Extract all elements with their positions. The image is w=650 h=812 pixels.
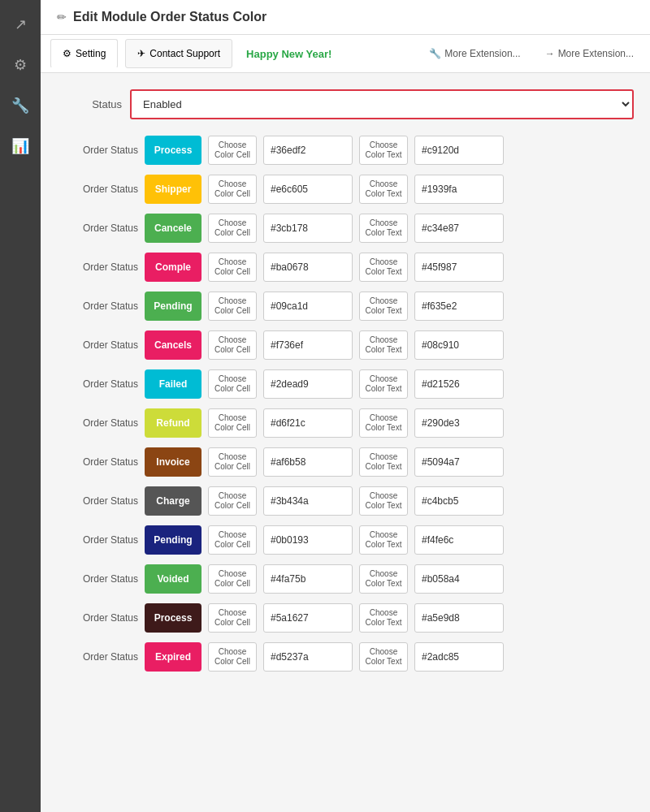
cell-color-input-10[interactable] <box>263 525 353 555</box>
status-badge-3: Comple <box>145 253 202 282</box>
order-label-5: Order Status <box>57 339 138 351</box>
choose-cell-btn-8[interactable]: ChooseColor Cell <box>208 447 257 477</box>
choose-cell-btn-12[interactable]: ChooseColor Cell <box>208 603 257 633</box>
choose-text-btn-4[interactable]: ChooseColor Text <box>359 292 408 321</box>
text-color-input-10[interactable] <box>414 525 504 555</box>
choose-cell-btn-9[interactable]: ChooseColor Cell <box>208 486 257 516</box>
order-row-11: Order Status Voided ChooseColor Cell Cho… <box>57 564 634 594</box>
setting-icon: ⚙ <box>63 48 72 59</box>
page-title: Edit Module Order Status Color <box>73 10 266 24</box>
cell-color-input-0[interactable] <box>263 136 353 165</box>
sidebar: ↗⚙🔧📊 <box>0 0 41 812</box>
text-color-input-12[interactable] <box>414 603 504 633</box>
choose-cell-btn-7[interactable]: ChooseColor Cell <box>208 408 257 438</box>
text-color-input-6[interactable] <box>414 369 504 399</box>
cell-color-input-11[interactable] <box>263 564 353 594</box>
text-color-input-3[interactable] <box>414 253 504 282</box>
choose-cell-btn-0[interactable]: ChooseColor Cell <box>208 136 257 165</box>
order-label-10: Order Status <box>57 534 138 546</box>
status-badge-11: Voided <box>145 564 202 594</box>
cell-color-input-13[interactable] <box>263 642 353 672</box>
text-color-input-11[interactable] <box>414 564 504 594</box>
choose-cell-btn-4[interactable]: ChooseColor Cell <box>208 292 257 321</box>
main-content: ✏ Edit Module Order Status Color ⚙ Setti… <box>41 0 650 812</box>
cell-color-input-12[interactable] <box>263 603 353 633</box>
cell-color-input-1[interactable] <box>263 175 353 204</box>
more-extensions-btn-2[interactable]: → More Extension... <box>537 43 642 64</box>
order-row-7: Order Status Refund ChooseColor Cell Cho… <box>57 408 634 438</box>
choose-cell-btn-5[interactable]: ChooseColor Cell <box>208 330 257 360</box>
choose-text-btn-9[interactable]: ChooseColor Text <box>359 486 408 516</box>
choose-text-btn-2[interactable]: ChooseColor Text <box>359 214 408 243</box>
gear-icon[interactable]: ⚙ <box>8 53 32 77</box>
wrench-icon[interactable]: 🔧 <box>8 93 32 118</box>
order-label-3: Order Status <box>57 261 138 273</box>
order-row-5: Order Status Cancels ChooseColor Cell Ch… <box>57 330 634 360</box>
chart-icon[interactable]: 📊 <box>8 134 32 158</box>
text-color-input-1[interactable] <box>414 175 504 204</box>
choose-text-btn-6[interactable]: ChooseColor Text <box>359 369 408 399</box>
content-area: Status Enabled Disabled Order Status Pro… <box>41 73 650 698</box>
order-row-10: Order Status Pending ChooseColor Cell Ch… <box>57 525 634 555</box>
choose-text-btn-13[interactable]: ChooseColor Text <box>359 642 408 672</box>
text-color-input-2[interactable] <box>414 214 504 243</box>
cell-color-input-5[interactable] <box>263 330 353 360</box>
cell-color-input-9[interactable] <box>263 486 353 516</box>
choose-text-btn-5[interactable]: ChooseColor Text <box>359 330 408 360</box>
order-row-3: Order Status Comple ChooseColor Cell Cho… <box>57 253 634 282</box>
text-color-input-4[interactable] <box>414 292 504 321</box>
status-badge-8: Invoice <box>145 447 202 477</box>
choose-cell-btn-3[interactable]: ChooseColor Cell <box>208 253 257 282</box>
cell-color-input-3[interactable] <box>263 253 353 282</box>
share-icon[interactable]: ↗ <box>8 12 32 37</box>
status-badge-0: Process <box>145 136 202 165</box>
cell-color-input-8[interactable] <box>263 447 353 477</box>
order-label-1: Order Status <box>57 184 138 195</box>
text-color-input-5[interactable] <box>414 330 504 360</box>
choose-text-btn-11[interactable]: ChooseColor Text <box>359 564 408 594</box>
tab-contact-support[interactable]: ✈ Contact Support <box>125 39 232 68</box>
cell-color-input-6[interactable] <box>263 369 353 399</box>
choose-cell-btn-13[interactable]: ChooseColor Cell <box>208 642 257 672</box>
status-badge-6: Failed <box>145 369 202 399</box>
happy-new-year-label: Happy New Year! <box>246 48 332 60</box>
choose-text-btn-7[interactable]: ChooseColor Text <box>359 408 408 438</box>
text-color-input-9[interactable] <box>414 486 504 516</box>
order-row-4: Order Status Pending ChooseColor Cell Ch… <box>57 292 634 321</box>
choose-text-btn-0[interactable]: ChooseColor Text <box>359 136 408 165</box>
order-label-4: Order Status <box>57 300 138 312</box>
status-badge-1: Shipper <box>145 175 202 204</box>
choose-text-btn-1[interactable]: ChooseColor Text <box>359 175 408 204</box>
status-label: Status <box>57 98 122 110</box>
choose-cell-btn-10[interactable]: ChooseColor Cell <box>208 525 257 555</box>
status-badge-5: Cancels <box>145 330 202 360</box>
choose-cell-btn-2[interactable]: ChooseColor Cell <box>208 214 257 243</box>
status-select[interactable]: Enabled Disabled <box>130 89 634 119</box>
text-color-input-8[interactable] <box>414 447 504 477</box>
choose-text-btn-8[interactable]: ChooseColor Text <box>359 447 408 477</box>
cell-color-input-7[interactable] <box>263 408 353 438</box>
text-color-input-13[interactable] <box>414 642 504 672</box>
order-label-7: Order Status <box>57 417 138 429</box>
choose-cell-btn-11[interactable]: ChooseColor Cell <box>208 564 257 594</box>
ext1-icon: 🔧 <box>429 48 441 59</box>
choose-cell-btn-1[interactable]: ChooseColor Cell <box>208 175 257 204</box>
cell-color-input-4[interactable] <box>263 292 353 321</box>
choose-text-btn-3[interactable]: ChooseColor Text <box>359 253 408 282</box>
order-label-12: Order Status <box>57 612 138 624</box>
page-header: ✏ Edit Module Order Status Color <box>41 0 650 35</box>
choose-text-btn-10[interactable]: ChooseColor Text <box>359 525 408 555</box>
order-label-2: Order Status <box>57 222 138 234</box>
status-badge-10: Pending <box>145 525 202 555</box>
choose-text-btn-12[interactable]: ChooseColor Text <box>359 603 408 633</box>
text-color-input-7[interactable] <box>414 408 504 438</box>
order-rows-container: Order Status Process ChooseColor Cell Ch… <box>57 136 634 672</box>
text-color-input-0[interactable] <box>414 136 504 165</box>
order-label-9: Order Status <box>57 495 138 507</box>
more-extensions-btn-1[interactable]: 🔧 More Extension... <box>421 43 528 64</box>
ext2-icon: → <box>545 48 555 59</box>
edit-icon: ✏ <box>57 11 67 24</box>
tab-setting[interactable]: ⚙ Setting <box>50 39 118 68</box>
cell-color-input-2[interactable] <box>263 214 353 243</box>
choose-cell-btn-6[interactable]: ChooseColor Cell <box>208 369 257 399</box>
